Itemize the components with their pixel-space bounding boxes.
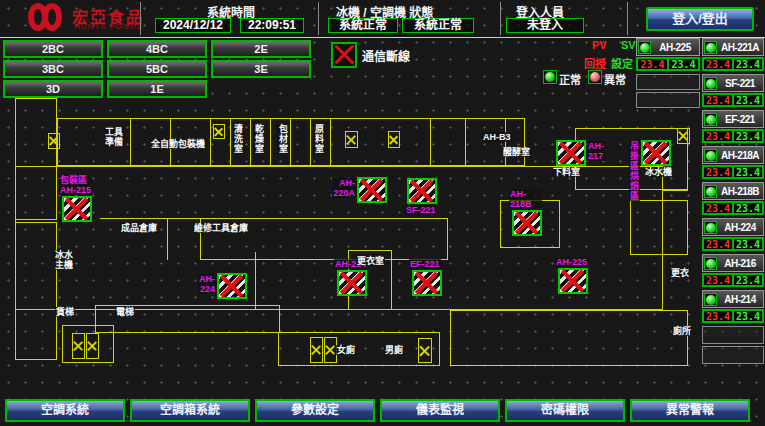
sv-value: 23.4: [733, 58, 763, 70]
sv-value: 23.4: [733, 238, 763, 250]
ahu-offline-icon[interactable]: [337, 270, 367, 296]
ahu-label: SF-221: [405, 205, 437, 215]
ahu-unit: SF-221: [407, 178, 437, 204]
ahu-offline-icon[interactable]: [412, 270, 442, 296]
pv-value: 23.4: [703, 130, 733, 142]
nav-button-2[interactable]: 空調箱系統: [130, 399, 250, 422]
unit-tile-ah-214[interactable]: AH-214: [702, 290, 764, 308]
wall-segment: [465, 118, 466, 166]
room-label: 乾燥室: [253, 124, 265, 154]
unit-status-led-icon: [704, 257, 717, 270]
wall-segment: [255, 252, 256, 310]
nav-button-4[interactable]: 儀表監視: [380, 399, 500, 422]
unit-tile-ah-225[interactable]: AH-225: [636, 38, 700, 56]
pv-value: 23.4: [703, 58, 733, 70]
ahu-label: 包裝區 AH-215: [59, 175, 92, 195]
nav-button-6[interactable]: 異常警報: [630, 399, 750, 422]
unit-tile-ah-221a[interactable]: AH-221A: [702, 38, 764, 56]
ahu-label: AH-218B: [509, 189, 542, 209]
room-label: 維修工具倉庫: [193, 223, 249, 233]
wall-segment: [250, 118, 251, 166]
empty-slot: [636, 74, 700, 90]
unit-status-led-icon: [704, 77, 717, 90]
led-light: [706, 79, 716, 89]
ahu-offline-icon[interactable]: [512, 210, 542, 236]
room-label: 全自動包裝機: [150, 139, 206, 149]
pv-value: 23.4: [703, 274, 733, 286]
ahu-offline-icon[interactable]: [556, 140, 586, 166]
ahu-offline-icon[interactable]: [558, 268, 588, 294]
room-label: 下料室: [552, 167, 581, 177]
pv-value: 23.4: [703, 238, 733, 250]
ahu-unit: AH-225: [558, 268, 588, 294]
ahu-offline-icon[interactable]: [62, 196, 92, 222]
wall-segment: [270, 118, 271, 166]
pv-value: 23.4: [703, 310, 733, 322]
wall-segment: [330, 118, 331, 166]
sv-value: 23.4: [668, 58, 699, 70]
ahu-offline-icon[interactable]: [357, 177, 387, 203]
unit-value-row: 23.423.4: [702, 57, 764, 71]
unit-name: AH-224: [717, 222, 763, 233]
room-label: 女廁: [336, 345, 356, 355]
unit-tile-ah-218b[interactable]: AH-218B: [702, 182, 764, 200]
ahu-offline-icon[interactable]: [641, 140, 671, 166]
sv-value: 23.4: [733, 130, 763, 142]
unit-column-left: AH-22523.423.4: [636, 38, 700, 110]
sv-value: 23.4: [733, 94, 763, 106]
ahu-unit: AH-214: [337, 270, 367, 296]
ahu-label: AH-225: [555, 257, 588, 267]
led-light: [706, 151, 716, 161]
empty-slot: [702, 326, 764, 344]
room-label: 冰水 主機: [54, 250, 74, 270]
room-label: 成品倉庫: [120, 223, 158, 233]
ahu-offline-icon[interactable]: [407, 178, 437, 204]
unit-value-row: 23.423.4: [702, 201, 764, 215]
wall-segment: [450, 310, 688, 366]
ahu-label: AH-217: [587, 141, 605, 161]
ahu-unit: AH-224: [217, 273, 247, 299]
unit-tile-ah-224[interactable]: AH-224: [702, 218, 764, 236]
sv-value: 23.4: [733, 202, 763, 214]
unit-name: AH-225: [651, 42, 699, 53]
led-light: [706, 43, 716, 53]
ahu-unit: 包裝區 AH-215: [62, 196, 92, 222]
room-label: 冰水機: [644, 167, 673, 177]
hmi-screen: 宏亞食品 HUNYA FOODS 系統時間 2024/12/12 22:09:5…: [0, 0, 765, 426]
wall-segment: [278, 332, 440, 366]
led-light: [640, 43, 650, 53]
room-label: 電梯: [115, 307, 135, 317]
pv-value: 23.4: [703, 202, 733, 214]
wall-segment: [310, 118, 311, 166]
room-label: 工具 準備: [104, 127, 124, 147]
wall-segment: [57, 118, 525, 166]
nav-button-5[interactable]: 密碼權限: [505, 399, 625, 422]
wall-segment: [430, 118, 431, 166]
nav-button-3[interactable]: 參數設定: [255, 399, 375, 422]
ahu-label: EF-221: [409, 259, 441, 269]
unit-tile-sf-221[interactable]: SF-221: [702, 74, 764, 92]
stair-x-icon: [418, 338, 432, 363]
unit-tile-ah-218a[interactable]: AH-218A: [702, 146, 764, 164]
nav-button-1[interactable]: 空調系統: [5, 399, 125, 422]
unit-status-led-icon: [704, 185, 717, 198]
unit-value-row: 23.423.4: [702, 237, 764, 251]
unit-name: EF-221: [717, 114, 763, 125]
unit-tile-ef-221[interactable]: EF-221: [702, 110, 764, 128]
sv-value: 23.4: [733, 274, 763, 286]
ahu-unit: EF-221: [412, 270, 442, 296]
sv-value: 23.4: [733, 310, 763, 322]
wall-segment: [167, 218, 168, 260]
sv-value: 23.4: [733, 166, 763, 178]
unit-name: AH-218B: [717, 186, 763, 197]
pv-value: 23.4: [703, 94, 733, 106]
unit-value-row: 23.423.4: [702, 93, 764, 107]
unit-tile-ah-216[interactable]: AH-216: [702, 254, 764, 272]
empty-slot: [636, 92, 700, 108]
wall-segment: [505, 118, 506, 166]
unit-value-row: 23.423.4: [702, 273, 764, 287]
ahu-offline-icon[interactable]: [217, 273, 247, 299]
unit-value-row: 23.423.4: [702, 309, 764, 323]
unit-value-row: 23.423.4: [636, 57, 700, 71]
wall-segment: [230, 118, 231, 166]
